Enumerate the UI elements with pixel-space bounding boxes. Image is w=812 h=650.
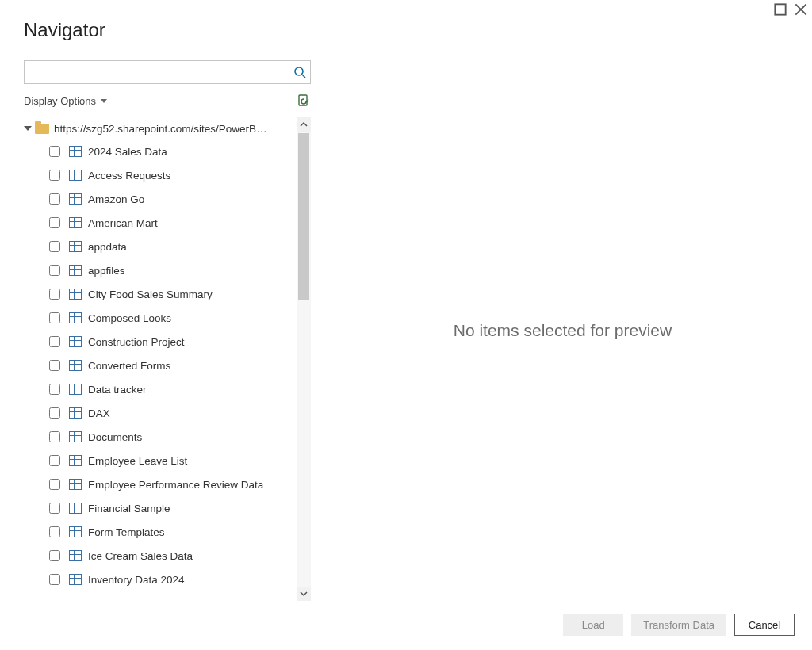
svg-line-4 <box>302 75 305 78</box>
tree-item-checkbox[interactable] <box>49 407 60 419</box>
tree-item[interactable]: appfiles <box>24 258 295 282</box>
tree-item[interactable]: Documents <box>24 425 295 449</box>
tree-item-label: Employee Performance Review Data <box>88 479 263 491</box>
tree-item-checkbox[interactable] <box>49 217 60 228</box>
preview-pane: No items selected for preview <box>337 60 788 601</box>
preview-empty-message: No items selected for preview <box>454 321 672 340</box>
table-icon <box>69 289 82 300</box>
tree-item-checkbox[interactable] <box>49 360 60 371</box>
search-icon[interactable] <box>293 66 306 78</box>
tree-item-checkbox[interactable] <box>49 265 60 276</box>
tree-item-checkbox[interactable] <box>49 431 60 442</box>
chevron-down-icon <box>101 99 107 103</box>
tree-item-checkbox[interactable] <box>49 526 60 537</box>
tree-item[interactable]: DAX <box>24 401 295 425</box>
scrollbar[interactable] <box>297 117 311 601</box>
cancel-button[interactable]: Cancel <box>734 614 795 636</box>
tree-item[interactable]: Converted Forms <box>24 354 295 377</box>
tree-item-label: Documents <box>88 431 142 443</box>
tree-item-label: Ice Cream Sales Data <box>88 550 193 562</box>
tree-root[interactable]: https://szg52.sharepoint.com/sites/Power… <box>24 117 295 140</box>
dialog-header: Navigator <box>0 14 812 49</box>
tree-item-checkbox[interactable] <box>49 384 60 395</box>
table-icon <box>69 193 82 205</box>
display-options-label: Display Options <box>24 95 96 107</box>
tree-item-checkbox[interactable] <box>49 455 60 466</box>
dialog-title: Navigator <box>24 19 788 41</box>
tree-item-label: American Mart <box>88 217 158 229</box>
table-icon <box>69 265 82 276</box>
scroll-thumb[interactable] <box>298 133 309 300</box>
table-icon <box>69 384 82 395</box>
tree-item-checkbox[interactable] <box>49 574 60 585</box>
svg-point-3 <box>295 67 303 75</box>
tree-item[interactable]: City Food Sales Summary <box>24 282 295 306</box>
tree-item-checkbox[interactable] <box>49 170 60 181</box>
tree-item-label: Data tracker <box>88 384 147 396</box>
table-icon <box>69 431 82 442</box>
tree-item-label: Employee Leave List <box>88 455 187 467</box>
navigator-dialog: Navigator Display Options <box>0 0 812 650</box>
table-icon <box>69 455 82 466</box>
refresh-icon[interactable] <box>297 94 311 108</box>
tree-item[interactable]: Inventory Data 2024 <box>24 568 295 591</box>
folder-icon <box>35 124 49 134</box>
load-button[interactable]: Load <box>563 614 623 636</box>
tree-item-checkbox[interactable] <box>49 312 60 323</box>
tree-item[interactable]: Form Templates <box>24 520 295 544</box>
tree-item-checkbox[interactable] <box>49 241 60 252</box>
tree-item[interactable]: 2024 Sales Data <box>24 140 295 163</box>
tree-item-checkbox[interactable] <box>49 336 60 347</box>
tree-item-checkbox[interactable] <box>49 479 60 490</box>
transform-data-button[interactable]: Transform Data <box>631 614 726 636</box>
tree-item-label: Converted Forms <box>88 360 170 372</box>
tree-item[interactable]: Composed Looks <box>24 306 295 330</box>
table-icon <box>69 526 82 537</box>
tree-item-label: Form Templates <box>88 526 165 538</box>
search-row <box>24 60 311 84</box>
tree-item-label: Composed Looks <box>88 312 171 324</box>
tree-item-label: City Food Sales Summary <box>88 289 213 300</box>
table-icon <box>69 241 82 252</box>
scroll-down-icon[interactable] <box>297 587 311 601</box>
tree-item-checkbox[interactable] <box>49 550 60 561</box>
table-icon <box>69 503 82 514</box>
tree-item[interactable]: Employee Leave List <box>24 449 295 472</box>
tree-item-checkbox[interactable] <box>49 503 60 514</box>
tree-item[interactable]: Amazon Go <box>24 187 295 211</box>
tree-item[interactable]: Access Requests <box>24 163 295 187</box>
tree-item[interactable]: American Mart <box>24 211 295 235</box>
options-row: Display Options <box>24 89 311 113</box>
tree-item[interactable]: appdata <box>24 235 295 258</box>
display-options-dropdown[interactable]: Display Options <box>24 95 107 107</box>
tree-item-checkbox[interactable] <box>49 289 60 300</box>
dialog-footer: Load Transform Data Cancel <box>0 601 812 650</box>
tree[interactable]: https://szg52.sharepoint.com/sites/Power… <box>24 117 297 601</box>
tree-item-label: Amazon Go <box>88 193 144 205</box>
tree-item-label: appfiles <box>88 265 125 277</box>
left-pane: Display Options https://szg5 <box>24 60 311 601</box>
tree-item[interactable]: Data tracker <box>24 377 295 401</box>
tree-item[interactable]: Ice Cream Sales Data <box>24 544 295 568</box>
tree-item-label: 2024 Sales Data <box>88 146 167 158</box>
search-input[interactable] <box>24 60 311 84</box>
expand-collapse-icon[interactable] <box>24 126 32 131</box>
table-icon <box>69 312 82 323</box>
tree-item-checkbox[interactable] <box>49 146 60 157</box>
table-icon <box>69 407 82 419</box>
tree-item-label: Financial Sample <box>88 503 170 514</box>
table-icon <box>69 336 82 347</box>
table-icon <box>69 360 82 371</box>
scroll-up-icon[interactable] <box>297 117 311 132</box>
tree-item[interactable]: Employee Performance Review Data <box>24 472 295 496</box>
pane-divider <box>324 60 324 601</box>
tree-item[interactable]: Construction Project <box>24 330 295 354</box>
table-icon <box>69 146 82 157</box>
tree-item-checkbox[interactable] <box>49 193 60 205</box>
tree-root-label: https://szg52.sharepoint.com/sites/Power… <box>54 123 268 135</box>
tree-item-label: appdata <box>88 241 127 253</box>
table-icon <box>69 217 82 228</box>
table-icon <box>69 170 82 181</box>
tree-item[interactable]: Financial Sample <box>24 496 295 520</box>
table-icon <box>69 550 82 561</box>
